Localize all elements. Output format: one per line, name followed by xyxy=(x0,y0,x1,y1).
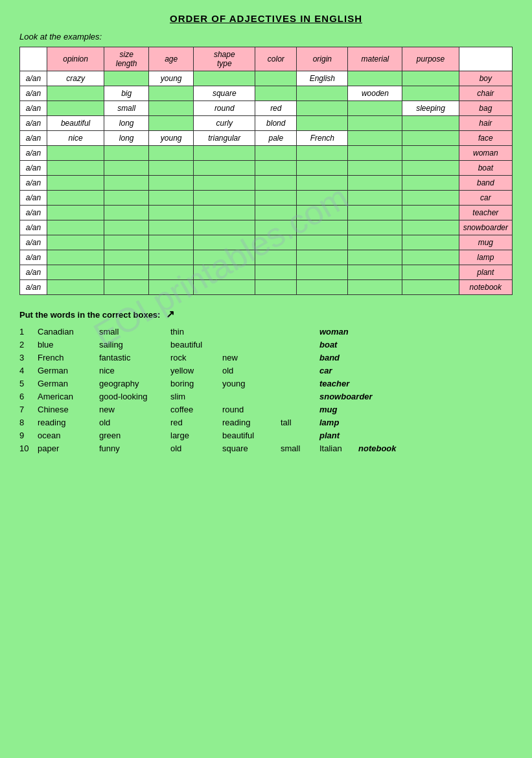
cell-age xyxy=(149,220,194,235)
word-cell: German xyxy=(38,366,99,375)
cell-color xyxy=(255,265,297,280)
cell-shape xyxy=(194,206,255,220)
word-cell: reading xyxy=(38,418,99,427)
cell-size xyxy=(104,206,149,220)
word-cell: Italian xyxy=(319,444,358,453)
cell-opinion: beautiful xyxy=(47,116,104,131)
cell-size xyxy=(104,220,149,235)
instruction2: Put the words in the correct boxes: ↗ xyxy=(19,308,513,320)
list-item: 7Chinesenewcoffeeroundmug xyxy=(19,405,513,414)
cell-purpose: sleeping xyxy=(402,101,459,116)
word-cell: paper xyxy=(38,444,99,453)
cell-shape xyxy=(194,250,255,265)
cell-aan: a/an xyxy=(20,220,47,235)
cell-noun: woman xyxy=(459,146,512,161)
word-cell: beautiful xyxy=(222,431,281,440)
header-color: color xyxy=(255,47,297,71)
word-cell: 7 xyxy=(19,405,38,414)
cell-color xyxy=(255,220,297,235)
cell-purpose xyxy=(402,191,459,206)
cell-aan: a/an xyxy=(20,191,47,206)
cell-age xyxy=(149,191,194,206)
word-cell: French xyxy=(38,353,99,362)
cell-origin xyxy=(297,116,348,131)
cell-shape xyxy=(194,220,255,235)
word-list: 1Canadiansmallthinwoman2bluesailingbeaut… xyxy=(19,327,513,453)
list-item: 5Germangeographyboringyoungteacher xyxy=(19,379,513,388)
cell-age xyxy=(149,161,194,176)
list-item: 9oceangreenlargebeautifulplant xyxy=(19,431,513,440)
cell-age: young xyxy=(149,131,194,146)
list-item: 10paperfunnyoldsquaresmallItaliannoteboo… xyxy=(19,444,513,453)
list-item: 1Canadiansmallthinwoman xyxy=(19,327,513,337)
cell-aan: a/an xyxy=(20,206,47,220)
word-cell: coffee xyxy=(170,405,222,414)
word-cell: 2 xyxy=(19,340,38,349)
cell-material xyxy=(348,176,402,191)
cell-shape xyxy=(194,71,255,86)
cell-shape: round xyxy=(194,101,255,116)
cell-age: young xyxy=(149,71,194,86)
cell-purpose xyxy=(402,86,459,101)
cell-origin xyxy=(297,101,348,116)
table-row: a/anplant xyxy=(20,265,513,280)
cell-color xyxy=(255,206,297,220)
cell-size xyxy=(104,250,149,265)
cell-material: wooden xyxy=(348,86,402,101)
cell-aan: a/an xyxy=(20,235,47,250)
cell-age xyxy=(149,280,194,295)
cell-size xyxy=(104,161,149,176)
cell-purpose xyxy=(402,265,459,280)
cell-material xyxy=(348,220,402,235)
list-item: 3Frenchfantasticrocknewband xyxy=(19,353,513,362)
cell-material xyxy=(348,191,402,206)
cell-age xyxy=(149,116,194,131)
cell-origin xyxy=(297,250,348,265)
cell-noun: car xyxy=(459,191,512,206)
noun-cell: plant xyxy=(319,431,340,440)
cell-shape: triangular xyxy=(194,131,255,146)
word-cell: Chinese xyxy=(38,405,99,414)
table-row: a/ancar xyxy=(20,191,513,206)
cell-noun: band xyxy=(459,176,512,191)
list-item: 6Americangood-lookingslimsnowboarder xyxy=(19,392,513,401)
word-cell: 4 xyxy=(19,366,38,375)
cell-noun: hair xyxy=(459,116,512,131)
word-cell: 10 xyxy=(19,444,38,453)
table-row: a/anboat xyxy=(20,161,513,176)
cell-purpose xyxy=(402,176,459,191)
table-row: a/ansmallroundredsleepingbag xyxy=(20,101,513,116)
cell-shape: curly xyxy=(194,116,255,131)
header-origin: origin xyxy=(297,47,348,71)
cell-noun: snowboarder xyxy=(459,220,512,235)
noun-cell: woman xyxy=(319,327,349,337)
cell-material xyxy=(348,235,402,250)
cell-aan: a/an xyxy=(20,101,47,116)
table-row: a/anwoman xyxy=(20,146,513,161)
word-cell: green xyxy=(99,431,170,440)
table-row: a/anband xyxy=(20,176,513,191)
cell-aan: a/an xyxy=(20,176,47,191)
cell-opinion xyxy=(47,206,104,220)
cell-opinion xyxy=(47,101,104,116)
cell-material xyxy=(348,146,402,161)
header-noun xyxy=(459,47,512,71)
cell-purpose xyxy=(402,116,459,131)
word-cell: old xyxy=(222,366,281,375)
cell-size: long xyxy=(104,131,149,146)
table-row: a/anlamp xyxy=(20,250,513,265)
cell-age xyxy=(149,250,194,265)
cell-material xyxy=(348,131,402,146)
word-cell: blue xyxy=(38,340,99,349)
header-age: age xyxy=(149,47,194,71)
table-row: a/ansnowboarder xyxy=(20,220,513,235)
cell-age xyxy=(149,265,194,280)
table-row: a/anmug xyxy=(20,235,513,250)
cell-color xyxy=(255,146,297,161)
word-cell: square xyxy=(222,444,281,453)
word-cell: reading xyxy=(222,418,281,427)
cell-shape xyxy=(194,191,255,206)
word-cell: new xyxy=(99,405,170,414)
cell-opinion xyxy=(47,235,104,250)
cell-origin xyxy=(297,191,348,206)
